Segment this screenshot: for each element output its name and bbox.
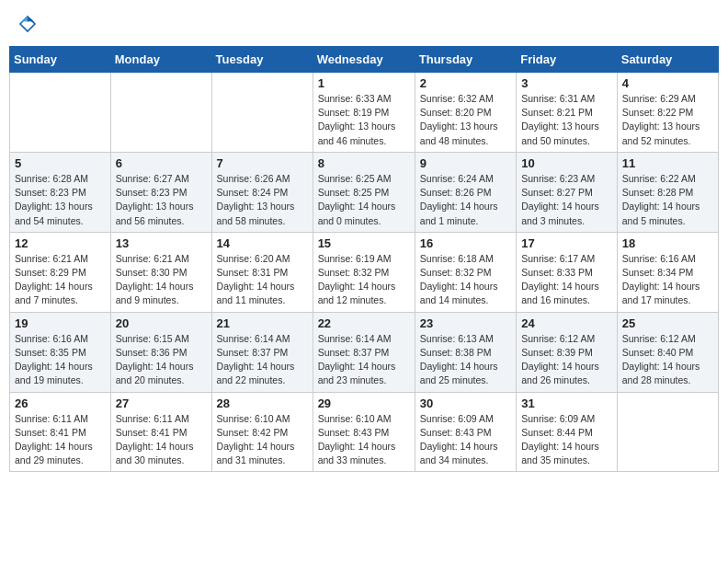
calendar-cell: 25Sunrise: 6:12 AM Sunset: 8:40 PM Dayli… [617, 312, 718, 392]
day-number: 27 [116, 396, 207, 410]
day-number: 29 [318, 396, 410, 410]
calendar-cell [10, 73, 111, 153]
day-number: 16 [420, 236, 511, 250]
calendar-cell: 26Sunrise: 6:11 AM Sunset: 8:41 PM Dayli… [10, 392, 111, 472]
calendar-cell: 19Sunrise: 6:16 AM Sunset: 8:35 PM Dayli… [10, 312, 111, 392]
day-number: 4 [622, 76, 713, 90]
calendar-week-row: 1Sunrise: 6:33 AM Sunset: 8:19 PM Daylig… [10, 73, 719, 153]
calendar-cell: 14Sunrise: 6:20 AM Sunset: 8:31 PM Dayli… [211, 232, 313, 312]
day-number: 31 [521, 396, 612, 410]
day-number: 7 [217, 156, 308, 170]
day-info: Sunrise: 6:25 AM Sunset: 8:25 PM Dayligh… [318, 172, 410, 228]
day-number: 6 [116, 156, 207, 170]
day-info: Sunrise: 6:12 AM Sunset: 8:40 PM Dayligh… [622, 332, 713, 388]
day-number: 25 [622, 316, 713, 330]
day-number: 11 [622, 156, 713, 170]
day-number: 19 [15, 316, 106, 330]
calendar-cell: 10Sunrise: 6:23 AM Sunset: 8:27 PM Dayli… [517, 152, 618, 232]
day-number: 22 [318, 316, 410, 330]
day-info: Sunrise: 6:21 AM Sunset: 8:29 PM Dayligh… [15, 252, 106, 308]
calendar-cell: 8Sunrise: 6:25 AM Sunset: 8:25 PM Daylig… [313, 152, 415, 232]
day-info: Sunrise: 6:32 AM Sunset: 8:20 PM Dayligh… [420, 92, 511, 148]
day-info: Sunrise: 6:14 AM Sunset: 8:37 PM Dayligh… [217, 332, 308, 388]
calendar-cell: 5Sunrise: 6:28 AM Sunset: 8:23 PM Daylig… [10, 152, 111, 232]
day-info: Sunrise: 6:12 AM Sunset: 8:39 PM Dayligh… [521, 332, 612, 388]
day-info: Sunrise: 6:10 AM Sunset: 8:43 PM Dayligh… [318, 412, 410, 468]
calendar-cell: 9Sunrise: 6:24 AM Sunset: 8:26 PM Daylig… [415, 152, 516, 232]
calendar-cell: 29Sunrise: 6:10 AM Sunset: 8:43 PM Dayli… [313, 392, 415, 472]
day-info: Sunrise: 6:11 AM Sunset: 8:41 PM Dayligh… [15, 412, 106, 468]
day-number: 2 [420, 76, 511, 90]
day-number: 13 [116, 236, 207, 250]
day-number: 9 [420, 156, 511, 170]
calendar-cell: 13Sunrise: 6:21 AM Sunset: 8:30 PM Dayli… [110, 232, 211, 312]
day-info: Sunrise: 6:22 AM Sunset: 8:28 PM Dayligh… [622, 172, 713, 228]
day-number: 30 [420, 396, 511, 410]
calendar-cell: 24Sunrise: 6:12 AM Sunset: 8:39 PM Dayli… [517, 312, 618, 392]
calendar-cell: 7Sunrise: 6:26 AM Sunset: 8:24 PM Daylig… [211, 152, 313, 232]
column-header-tuesday: Tuesday [211, 47, 313, 73]
logo [17, 13, 42, 35]
calendar-cell: 1Sunrise: 6:33 AM Sunset: 8:19 PM Daylig… [313, 73, 415, 153]
column-header-saturday: Saturday [617, 47, 718, 73]
calendar-table: SundayMondayTuesdayWednesdayThursdayFrid… [9, 46, 719, 472]
column-header-wednesday: Wednesday [313, 47, 415, 73]
calendar-cell: 12Sunrise: 6:21 AM Sunset: 8:29 PM Dayli… [10, 232, 111, 312]
day-number: 3 [521, 76, 612, 90]
day-info: Sunrise: 6:09 AM Sunset: 8:44 PM Dayligh… [521, 412, 612, 468]
day-info: Sunrise: 6:26 AM Sunset: 8:24 PM Dayligh… [217, 172, 308, 228]
calendar-cell [211, 73, 313, 153]
calendar-cell [110, 73, 211, 153]
calendar-cell: 20Sunrise: 6:15 AM Sunset: 8:36 PM Dayli… [110, 312, 211, 392]
calendar-cell: 30Sunrise: 6:09 AM Sunset: 8:43 PM Dayli… [415, 392, 516, 472]
day-info: Sunrise: 6:10 AM Sunset: 8:42 PM Dayligh… [217, 412, 308, 468]
day-info: Sunrise: 6:15 AM Sunset: 8:36 PM Dayligh… [116, 332, 207, 388]
day-info: Sunrise: 6:19 AM Sunset: 8:32 PM Dayligh… [318, 252, 410, 308]
day-info: Sunrise: 6:27 AM Sunset: 8:23 PM Dayligh… [116, 172, 207, 228]
calendar-cell: 17Sunrise: 6:17 AM Sunset: 8:33 PM Dayli… [517, 232, 618, 312]
page-header [9, 9, 719, 39]
calendar-cell: 18Sunrise: 6:16 AM Sunset: 8:34 PM Dayli… [617, 232, 718, 312]
day-info: Sunrise: 6:14 AM Sunset: 8:37 PM Dayligh… [318, 332, 410, 388]
calendar-cell: 22Sunrise: 6:14 AM Sunset: 8:37 PM Dayli… [313, 312, 415, 392]
day-number: 1 [318, 76, 410, 90]
day-info: Sunrise: 6:24 AM Sunset: 8:26 PM Dayligh… [420, 172, 511, 228]
day-number: 20 [116, 316, 207, 330]
calendar-cell: 6Sunrise: 6:27 AM Sunset: 8:23 PM Daylig… [110, 152, 211, 232]
day-info: Sunrise: 6:33 AM Sunset: 8:19 PM Dayligh… [318, 92, 410, 148]
day-number: 15 [318, 236, 410, 250]
calendar-cell: 3Sunrise: 6:31 AM Sunset: 8:21 PM Daylig… [517, 73, 618, 153]
day-info: Sunrise: 6:28 AM Sunset: 8:23 PM Dayligh… [15, 172, 106, 228]
calendar-cell: 11Sunrise: 6:22 AM Sunset: 8:28 PM Dayli… [617, 152, 718, 232]
calendar-cell: 31Sunrise: 6:09 AM Sunset: 8:44 PM Dayli… [517, 392, 618, 472]
column-header-thursday: Thursday [415, 47, 516, 73]
calendar-cell: 28Sunrise: 6:10 AM Sunset: 8:42 PM Dayli… [211, 392, 313, 472]
day-number: 8 [318, 156, 410, 170]
day-number: 10 [521, 156, 612, 170]
calendar-cell: 2Sunrise: 6:32 AM Sunset: 8:20 PM Daylig… [415, 73, 516, 153]
day-info: Sunrise: 6:17 AM Sunset: 8:33 PM Dayligh… [521, 252, 612, 308]
day-info: Sunrise: 6:11 AM Sunset: 8:41 PM Dayligh… [116, 412, 207, 468]
day-info: Sunrise: 6:18 AM Sunset: 8:32 PM Dayligh… [420, 252, 511, 308]
day-info: Sunrise: 6:13 AM Sunset: 8:38 PM Dayligh… [420, 332, 511, 388]
column-header-friday: Friday [517, 47, 618, 73]
day-number: 24 [521, 316, 612, 330]
day-info: Sunrise: 6:16 AM Sunset: 8:35 PM Dayligh… [15, 332, 106, 388]
calendar-cell: 16Sunrise: 6:18 AM Sunset: 8:32 PM Dayli… [415, 232, 516, 312]
day-number: 21 [217, 316, 308, 330]
day-number: 23 [420, 316, 511, 330]
day-info: Sunrise: 6:31 AM Sunset: 8:21 PM Dayligh… [521, 92, 612, 148]
calendar-week-row: 12Sunrise: 6:21 AM Sunset: 8:29 PM Dayli… [10, 232, 719, 312]
day-number: 5 [15, 156, 106, 170]
day-info: Sunrise: 6:23 AM Sunset: 8:27 PM Dayligh… [521, 172, 612, 228]
day-number: 12 [15, 236, 106, 250]
calendar-header-row: SundayMondayTuesdayWednesdayThursdayFrid… [10, 47, 719, 73]
calendar-week-row: 19Sunrise: 6:16 AM Sunset: 8:35 PM Dayli… [10, 312, 719, 392]
column-header-monday: Monday [110, 47, 211, 73]
day-number: 18 [622, 236, 713, 250]
calendar-week-row: 26Sunrise: 6:11 AM Sunset: 8:41 PM Dayli… [10, 392, 719, 472]
logo-icon [17, 13, 39, 35]
column-header-sunday: Sunday [10, 47, 111, 73]
calendar-cell: 27Sunrise: 6:11 AM Sunset: 8:41 PM Dayli… [110, 392, 211, 472]
day-number: 14 [217, 236, 308, 250]
